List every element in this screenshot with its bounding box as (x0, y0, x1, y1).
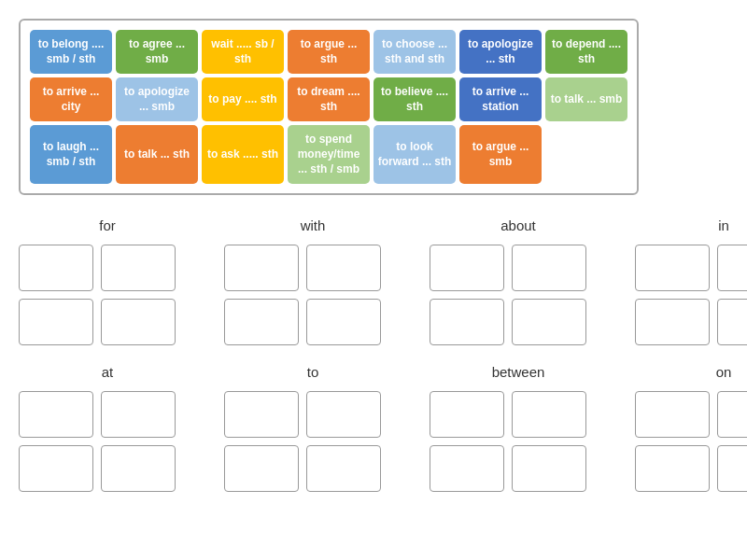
category-label-to: to (224, 364, 402, 380)
drop-row-in-1 (635, 299, 747, 345)
category-label-for: for (19, 217, 196, 233)
word-tile-t14[interactable]: to talk ... smb (545, 77, 627, 121)
drop-box-between-1-0[interactable] (430, 445, 504, 492)
category-block-on: on (635, 364, 747, 492)
word-tile-t17[interactable]: to ask ..... sth (202, 125, 284, 184)
category-block-between: between (430, 364, 607, 492)
drop-box-for-1-0[interactable] (19, 299, 93, 345)
drop-box-to-1-0[interactable] (224, 445, 299, 492)
drop-box-in-0-1[interactable] (717, 245, 747, 291)
word-tile-t5[interactable]: to choose ... sth and sth (374, 30, 456, 74)
category-label-with: with (224, 217, 402, 233)
category-block-for: for (19, 217, 196, 345)
drop-box-at-0-1[interactable] (101, 391, 176, 438)
category-label-about: about (430, 217, 607, 233)
drop-box-to-0-1[interactable] (306, 391, 381, 438)
drop-row-for-0 (19, 245, 196, 291)
drop-box-on-0-1[interactable] (717, 391, 747, 438)
word-tile-t10[interactable]: to pay .... sth (202, 77, 284, 121)
drop-box-for-0-1[interactable] (101, 245, 176, 291)
drop-row-to-0 (224, 391, 402, 438)
drop-box-to-0-0[interactable] (224, 391, 299, 438)
word-tile-t9[interactable]: to apologize ... smb (116, 77, 198, 121)
word-tile-t15[interactable]: to laugh ... smb / sth (30, 125, 112, 184)
drop-row-about-1 (430, 299, 607, 345)
drop-row-with-1 (224, 299, 402, 345)
drop-row-in-0 (635, 245, 747, 291)
drop-row-to-1 (224, 445, 402, 492)
drop-box-at-1-0[interactable] (19, 445, 93, 492)
drop-box-for-0-0[interactable] (19, 245, 93, 291)
category-label-at: at (19, 364, 196, 380)
drop-box-with-1-0[interactable] (224, 299, 299, 345)
drop-box-about-1-1[interactable] (512, 299, 586, 345)
drop-row-between-0 (430, 391, 607, 438)
drop-box-at-0-0[interactable] (19, 391, 93, 438)
drop-row-on-1 (635, 445, 747, 492)
word-tile-t1[interactable]: to belong .... smb / sth (30, 30, 112, 74)
drop-box-on-1-1[interactable] (717, 445, 747, 492)
categories-section: forwithaboutinattobetweenon (19, 217, 728, 492)
category-label-on: on (635, 364, 747, 380)
category-block-at: at (19, 364, 196, 492)
word-tile-t2[interactable]: to agree ... smb (116, 30, 198, 74)
drop-box-to-1-1[interactable] (306, 445, 381, 492)
category-block-in: in (635, 217, 747, 345)
word-tile-t13[interactable]: to arrive ... station (459, 77, 542, 121)
word-tile-t18[interactable]: to spend money/time ... sth / smb (288, 125, 370, 184)
drop-box-with-0-1[interactable] (306, 245, 381, 291)
drop-box-between-1-1[interactable] (512, 445, 586, 492)
word-tile-t19[interactable]: to look forward ... sth (374, 125, 456, 184)
drop-row-for-1 (19, 299, 196, 345)
drop-box-on-1-0[interactable] (635, 445, 710, 492)
drop-row-about-0 (430, 245, 607, 291)
drop-box-about-0-0[interactable] (430, 245, 504, 291)
drop-box-in-0-0[interactable] (635, 245, 710, 291)
word-tile-t4[interactable]: to argue ... sth (288, 30, 370, 74)
word-tile-t6[interactable]: to apologize ... sth (459, 30, 542, 74)
word-tile-t7[interactable]: to depend .... sth (545, 30, 627, 74)
drop-row-at-1 (19, 445, 196, 492)
word-grid: to belong .... smb / sthto agree ... smb… (30, 30, 627, 184)
category-block-to: to (224, 364, 402, 492)
word-tile-t16[interactable]: to talk ... sth (116, 125, 198, 184)
drop-box-between-0-0[interactable] (430, 391, 504, 438)
drop-box-about-0-1[interactable] (512, 245, 586, 291)
drop-box-between-0-1[interactable] (512, 391, 586, 438)
category-label-between: between (430, 364, 607, 380)
word-tile-t12[interactable]: to believe .... sth (374, 77, 456, 121)
word-tile-t8[interactable]: to arrive ... city (30, 77, 112, 121)
drop-row-between-1 (430, 445, 607, 492)
word-tile-t3[interactable]: wait ..... sb / sth (202, 30, 284, 74)
word-tile-t20[interactable]: to argue ... smb (459, 125, 542, 184)
drop-box-with-0-0[interactable] (224, 245, 299, 291)
drop-box-about-1-0[interactable] (430, 299, 504, 345)
word-tiles-container: to belong .... smb / sthto agree ... smb… (19, 19, 639, 195)
drop-row-with-0 (224, 245, 402, 291)
drop-box-at-1-1[interactable] (101, 445, 176, 492)
drop-box-for-1-1[interactable] (101, 299, 176, 345)
drop-box-on-0-0[interactable] (635, 391, 710, 438)
drop-box-with-1-1[interactable] (306, 299, 381, 345)
word-tile-t11[interactable]: to dream .... sth (288, 77, 370, 121)
drop-box-in-1-0[interactable] (635, 299, 710, 345)
drop-row-at-0 (19, 391, 196, 438)
drop-row-on-0 (635, 391, 747, 438)
drop-box-in-1-1[interactable] (717, 299, 747, 345)
category-block-with: with (224, 217, 402, 345)
category-block-about: about (430, 217, 607, 345)
category-label-in: in (635, 217, 747, 233)
